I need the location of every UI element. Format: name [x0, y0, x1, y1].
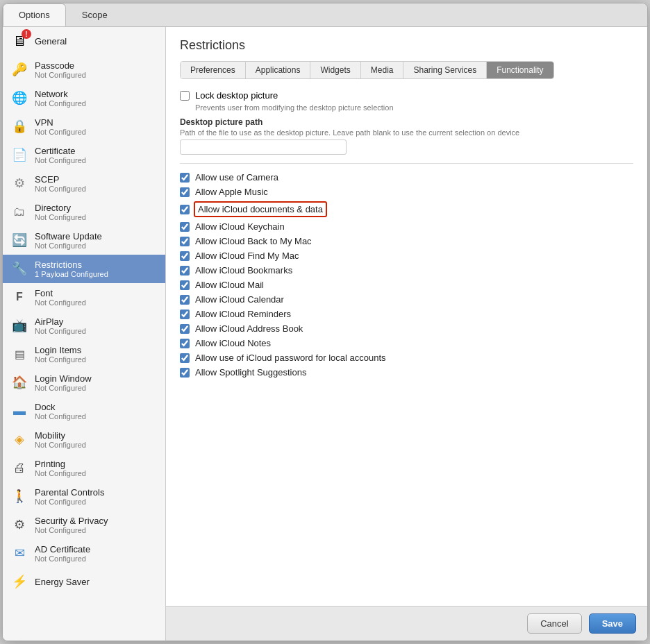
label-icloud-notes[interactable]: Allow iCloud Notes	[195, 338, 271, 348]
parental-controls-icon: 🚶	[10, 486, 29, 506]
checkbox-icloud-bookmarks[interactable]	[180, 266, 190, 276]
label-camera[interactable]: Allow use of Camera	[195, 172, 278, 183]
sidebar-item-passcode[interactable]: 🔑 Passcode Not Configured	[3, 56, 165, 84]
scep-icon: ⚙	[10, 173, 29, 193]
dock-status: Not Configured	[35, 412, 86, 421]
checkbox-icloud-notes[interactable]	[180, 339, 190, 348]
save-button[interactable]: Save	[589, 613, 636, 634]
passcode-name: Passcode	[35, 60, 86, 71]
mobility-status: Not Configured	[35, 441, 86, 449]
check-item-icloud-docs: Allow iCloud documents & data	[180, 201, 633, 217]
sidebar-item-restrictions[interactable]: 🔧 Restrictions 1 Payload Configured	[3, 255, 165, 283]
check-item-icloud-calendar: Allow iCloud Calendar	[180, 294, 633, 305]
software-update-icon: 🔄	[10, 230, 29, 250]
check-item-icloud-notes: Allow iCloud Notes	[180, 338, 633, 348]
lock-desktop-label[interactable]: Lock desktop picture	[195, 90, 278, 101]
tab-widgets[interactable]: Widgets	[310, 62, 360, 78]
label-icloud-mail[interactable]: Allow iCloud Mail	[195, 280, 264, 290]
restrictions-name: Restrictions	[35, 260, 108, 270]
sidebar-item-directory[interactable]: 🗂 Directory Not Configured	[3, 198, 165, 226]
energy-saver-name: Energy Saver	[35, 577, 90, 587]
passcode-icon: 🔑	[10, 60, 29, 79]
checkbox-icloud-keychain[interactable]	[180, 222, 190, 232]
certificate-icon: 📄	[10, 145, 29, 164]
label-apple-music[interactable]: Allow Apple Music	[195, 187, 268, 197]
airplay-status: Not Configured	[35, 327, 86, 335]
label-icloud-bookmarks[interactable]: Allow iCloud Bookmarks	[195, 265, 292, 276]
sidebar-item-font[interactable]: F Font Not Configured	[3, 283, 165, 312]
checkbox-icloud-find[interactable]	[180, 251, 190, 261]
ad-certificate-icon: ✉	[10, 543, 29, 563]
check-item-icloud-mail: Allow iCloud Mail	[180, 280, 633, 290]
checkbox-icloud-docs[interactable]	[180, 205, 190, 214]
tab-preferences[interactable]: Preferences	[181, 62, 246, 78]
label-icloud-calendar[interactable]: Allow iCloud Calendar	[195, 294, 284, 305]
checkbox-icloud-mail[interactable]	[180, 280, 190, 290]
tab-functionality[interactable]: Functionality	[487, 62, 553, 78]
checkbox-icloud-back[interactable]	[180, 237, 190, 246]
label-icloud-keychain[interactable]: Allow iCloud Keychain	[195, 221, 285, 232]
label-icloud-docs[interactable]: Allow iCloud documents & data	[198, 204, 323, 214]
dock-name: Dock	[35, 402, 86, 412]
sidebar-item-software-update[interactable]: 🔄 Software Update Not Configured	[3, 226, 165, 255]
sidebar-item-scep[interactable]: ⚙ SCEP Not Configured	[3, 169, 165, 198]
checkbox-camera[interactable]	[180, 173, 190, 183]
label-icloud-find[interactable]: Allow iCloud Find My Mac	[195, 251, 299, 261]
ad-certificate-name: AD Certificate	[35, 544, 90, 554]
sidebar-item-energy-saver[interactable]: ⚡ Energy Saver	[3, 568, 165, 596]
bottom-bar: Cancel Save	[166, 606, 647, 641]
sidebar-item-parental-controls[interactable]: 🚶 Parental Controls Not Configured	[3, 482, 165, 511]
content-panel: Restrictions Preferences Applications Wi…	[166, 27, 647, 641]
login-window-name: Login Window	[35, 373, 92, 384]
sidebar-item-login-items[interactable]: ▤ Login Items Not Configured	[3, 340, 165, 368]
tab-media[interactable]: Media	[361, 62, 404, 78]
checkbox-apple-music[interactable]	[180, 187, 190, 197]
checkbox-list: Allow use of Camera Allow Apple Music Al…	[180, 172, 633, 378]
sidebar-item-general[interactable]: 🖥 ! General	[3, 27, 165, 56]
sidebar-item-airplay[interactable]: 📺 AirPlay Not Configured	[3, 312, 165, 340]
label-icloud-password[interactable]: Allow use of iCloud password for local a…	[195, 353, 386, 363]
airplay-name: AirPlay	[35, 316, 86, 327]
checkbox-icloud-address[interactable]	[180, 324, 190, 334]
sidebar-item-login-window[interactable]: 🏠 Login Window Not Configured	[3, 368, 165, 397]
icloud-docs-highlight: Allow iCloud documents & data	[194, 201, 327, 217]
tab-options[interactable]: Options	[3, 3, 66, 26]
sidebar-item-network[interactable]: 🌐 Network Not Configured	[3, 84, 165, 112]
tab-sharing-services[interactable]: Sharing Services	[403, 62, 487, 78]
printing-status: Not Configured	[35, 469, 86, 477]
tab-scope[interactable]: Scope	[66, 3, 124, 26]
passcode-status: Not Configured	[35, 71, 86, 79]
lock-desktop-checkbox[interactable]	[180, 91, 190, 101]
sidebar-item-security-privacy[interactable]: ⚙ Security & Privacy Not Configured	[3, 511, 165, 539]
security-privacy-icon: ⚙	[10, 515, 29, 534]
checkbox-icloud-calendar[interactable]	[180, 295, 190, 305]
checkbox-icloud-reminders[interactable]	[180, 310, 190, 319]
printing-icon: 🖨	[10, 458, 29, 477]
printing-name: Printing	[35, 459, 86, 469]
cancel-button[interactable]: Cancel	[527, 613, 581, 634]
label-icloud-address[interactable]: Allow iCloud Address Book	[195, 323, 303, 334]
scep-status: Not Configured	[35, 185, 86, 193]
restrictions-status: 1 Payload Configured	[35, 270, 108, 278]
font-status: Not Configured	[35, 298, 86, 307]
mobility-name: Mobility	[35, 430, 86, 441]
general-icon: 🖥 !	[10, 31, 29, 51]
check-item-icloud-bookmarks: Allow iCloud Bookmarks	[180, 265, 633, 276]
sidebar-item-mobility[interactable]: ◈ Mobility Not Configured	[3, 425, 165, 454]
label-icloud-back[interactable]: Allow iCloud Back to My Mac	[195, 236, 312, 246]
sidebar-item-ad-certificate[interactable]: ✉ AD Certificate Not Configured	[3, 539, 165, 568]
top-tab-bar: Options Scope	[3, 3, 647, 27]
desktop-path-input[interactable]	[180, 139, 347, 155]
certificate-status: Not Configured	[35, 156, 86, 164]
sidebar-item-dock[interactable]: ▬ Dock Not Configured	[3, 397, 165, 425]
checkbox-spotlight[interactable]	[180, 368, 190, 378]
sidebar-item-certificate[interactable]: 📄 Certificate Not Configured	[3, 141, 165, 169]
label-icloud-reminders[interactable]: Allow iCloud Reminders	[195, 309, 291, 319]
sidebar-item-vpn[interactable]: 🔒 VPN Not Configured	[3, 112, 165, 141]
label-spotlight[interactable]: Allow Spotlight Suggestions	[195, 367, 306, 378]
checkbox-icloud-password[interactable]	[180, 353, 190, 363]
sidebar-item-printing[interactable]: 🖨 Printing Not Configured	[3, 454, 165, 482]
vpn-name: VPN	[35, 117, 86, 128]
directory-name: Directory	[35, 203, 86, 213]
tab-applications[interactable]: Applications	[246, 62, 311, 78]
